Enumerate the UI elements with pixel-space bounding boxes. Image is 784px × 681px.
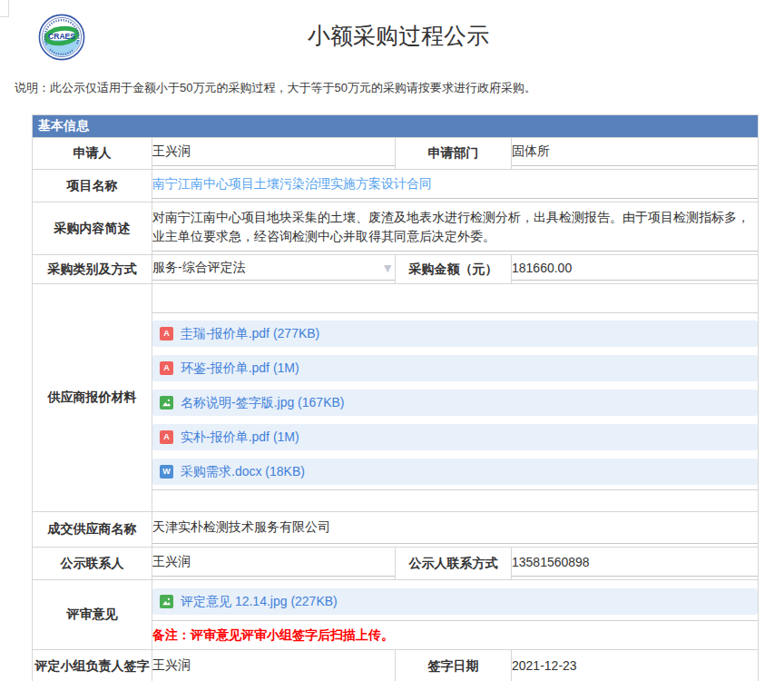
note-text: 说明：此公示仅适用于金额小于50万元的采购过程，大于等于50万元的采购请按要求进… [15, 80, 536, 96]
upload-strip [152, 284, 758, 313]
project-name-link[interactable]: 南宁江南中心项目土壤污染治理实施方案设计合同 [152, 176, 432, 192]
sign-date-label: 签字日期 [396, 650, 512, 681]
contact-label: 公示联系人 [33, 548, 152, 580]
image-file-icon [160, 396, 173, 410]
page-title: 小额采购过程公示 [6, 21, 784, 51]
signer-value: 王兴润 [152, 650, 395, 680]
sign-date-value: 2021-12-23 [512, 650, 758, 680]
image-file-icon [160, 595, 173, 608]
category-select[interactable]: 服务-综合评定法▼ [152, 255, 395, 281]
review-file-list: 评定意见 12.14.jpg (227KB) [152, 580, 758, 621]
pdf-file-icon: A [160, 361, 173, 375]
word-file-icon: W [160, 465, 173, 479]
file-item[interactable]: A实朴-报价单.pdf (1M) [152, 424, 758, 450]
pdf-file-icon: A [160, 430, 173, 444]
applicant-label: 申请人 [33, 138, 152, 170]
review-remark: 备注：评审意见评审小组签字后扫描上传。 [152, 627, 758, 644]
department-value: 固体所 [512, 138, 758, 166]
materials-label: 供应商报价材料 [33, 284, 152, 512]
section-header: 基本信息 [33, 115, 759, 138]
summary-value: 对南宁江南中心项目地块采集的土壤、废渣及地表水进行检测分析，出具检测报告。由于项… [152, 202, 758, 252]
department-label: 申请部门 [396, 138, 512, 170]
contact-phone-label: 公示人联系方式 [396, 548, 512, 580]
contact-value: 王兴润 [152, 548, 395, 577]
amount-label: 采购金额（元） [396, 255, 512, 284]
file-item[interactable]: 名称说明-签字版.jpg (167KB) [152, 390, 758, 416]
category-label: 采购类别及方式 [33, 255, 152, 284]
signer-label: 评定小组负责人签字 [33, 650, 152, 681]
file-item[interactable]: A圭瑞-报价单.pdf (277KB) [152, 321, 758, 347]
project-name-label: 项目名称 [33, 170, 152, 202]
pdf-file-icon: A [160, 327, 173, 340]
chevron-down-icon: ▼ [381, 261, 394, 275]
file-item[interactable]: 评定意见 12.14.jpg (227KB) [152, 588, 758, 615]
file-item[interactable]: A环鉴-报价单.pdf (1M) [152, 355, 758, 381]
frame-corner-artifact [0, 0, 9, 17]
contact-phone-value: 13581560898 [512, 548, 758, 577]
winner-value: 天津实朴检测技术服务有限公司 [152, 512, 758, 544]
applicant-value: 王兴润 [152, 138, 395, 166]
summary-label: 采购内容简述 [33, 202, 152, 255]
amount-value: 181660.00 [512, 255, 758, 281]
review-label: 评审意见 [33, 580, 152, 650]
basic-info-table: 基本信息 申请人 王兴润 申请部门 固体所 项目名称 南宁江南中心项目土壤污染治… [32, 114, 759, 681]
materials-file-list: A圭瑞-报价单.pdf (277KB) A环鉴-报价单.pdf (1M) 名称说… [152, 313, 758, 490]
winner-label: 成交供应商名称 [33, 512, 152, 548]
file-item[interactable]: W采购需求.docx (18KB) [152, 459, 758, 485]
